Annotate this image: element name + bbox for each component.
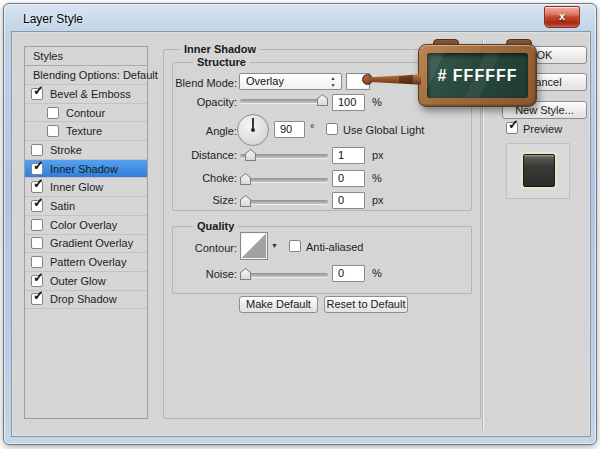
styles-sidebar: Styles Blending Options: Default ✓ Bevel… <box>24 46 148 419</box>
size-label: Size: <box>157 194 237 206</box>
checkbox[interactable]: ✓ <box>31 144 43 156</box>
size-slider[interactable] <box>240 200 328 204</box>
window-title: Layer Style <box>23 12 83 26</box>
sidebar-item-bevel-emboss[interactable]: ✓ Bevel & Emboss <box>25 85 147 104</box>
check-icon: ✓ <box>33 289 44 302</box>
noise-unit: % <box>372 267 382 279</box>
checkbox[interactable]: ✓ <box>31 88 43 100</box>
chalkboard-callout: # FFFFFF <box>418 44 537 107</box>
check-icon: ✓ <box>508 118 519 131</box>
check-icon: ✓ <box>33 159 44 172</box>
titlebar[interactable]: Layer Style x <box>4 4 596 31</box>
sidebar-item-label: Contour <box>66 107 105 119</box>
angle-input[interactable]: 90 <box>274 121 305 138</box>
angle-unit: ° <box>310 122 314 134</box>
anti-aliased-label: Anti-aliased <box>306 241 363 253</box>
sidebar-item-gradient-overlay[interactable]: ✓ Gradient Overlay <box>25 235 147 254</box>
checkbox[interactable]: ✓ <box>47 107 59 119</box>
sidebar-item-satin[interactable]: ✓ Satin <box>25 197 147 216</box>
reset-to-default-button[interactable]: Reset to Default <box>324 296 408 313</box>
contour-dropdown-arrow-icon[interactable]: ▼ <box>271 242 278 249</box>
choke-unit: % <box>372 172 382 184</box>
check-icon: ✓ <box>33 177 44 190</box>
opacity-input[interactable]: 100 <box>332 94 365 111</box>
preview-label: Preview <box>523 123 562 135</box>
check-icon: ✓ <box>33 196 44 209</box>
use-global-light-label: Use Global Light <box>343 124 424 136</box>
checkbox[interactable]: ✓ <box>47 125 59 137</box>
sidebar-item-contour[interactable]: ✓ Contour <box>25 104 147 123</box>
sidebar-item-label: Blending Options: Default <box>33 69 158 81</box>
preview-area <box>506 143 570 199</box>
noise-input[interactable]: 0 <box>332 265 365 282</box>
sidebar-item-label: Bevel & Emboss <box>50 88 131 100</box>
sidebar-item-label: Color Overlay <box>50 219 117 231</box>
checkbox[interactable]: ✓ <box>31 237 43 249</box>
sidebar-item-label: Pattern Overlay <box>50 256 126 268</box>
check-icon: ✓ <box>33 271 44 284</box>
distance-input[interactable]: 1 <box>332 147 365 164</box>
sidebar-header-label: Styles <box>33 50 63 62</box>
noise-slider[interactable] <box>240 273 328 277</box>
blend-mode-value: Overlay <box>246 75 284 87</box>
panel-title: Inner Shadow <box>180 43 260 55</box>
sidebar-item-label: Inner Glow <box>50 181 103 193</box>
checkbox[interactable]: ✓ <box>31 256 43 268</box>
anti-aliased-checkbox[interactable]: ✓ <box>289 240 301 252</box>
checkbox[interactable]: ✓ <box>31 293 43 305</box>
sidebar-item-color-overlay[interactable]: ✓ Color Overlay <box>25 216 147 235</box>
choke-label: Choke: <box>157 172 237 184</box>
distance-unit: px <box>372 149 384 161</box>
checkbox[interactable]: ✓ <box>31 219 43 231</box>
noise-label: Noise: <box>157 268 237 280</box>
size-input[interactable]: 0 <box>332 192 365 209</box>
contour-thumbnail[interactable] <box>240 232 268 260</box>
close-icon: x <box>559 10 565 22</box>
opacity-label: Opacity: <box>157 96 237 108</box>
sidebar-item-stroke[interactable]: ✓ Stroke <box>25 141 147 160</box>
use-global-light-checkbox[interactable]: ✓ <box>326 123 338 135</box>
dropdown-spinner-icon: ▲▼ <box>329 75 337 88</box>
color-hex-annotation: # FFFFFF <box>419 45 536 106</box>
checkbox[interactable]: ✓ <box>31 275 43 287</box>
sidebar-item-label: Stroke <box>50 144 82 156</box>
sidebar-item-label: Gradient Overlay <box>50 237 133 249</box>
angle-label: Angle: <box>157 125 237 137</box>
opacity-unit: % <box>372 96 382 108</box>
structure-legend: Structure <box>193 56 250 68</box>
sidebar-item-label: Outer Glow <box>50 275 106 287</box>
quality-group: Quality <box>172 226 472 294</box>
sidebar-item-drop-shadow[interactable]: ✓ Drop Shadow <box>25 291 147 310</box>
opacity-slider[interactable] <box>240 99 328 103</box>
sidebar-item-label: Texture <box>66 125 102 137</box>
blend-mode-label: Blend Mode: <box>157 77 237 89</box>
preview-checkbox[interactable]: ✓ <box>506 122 518 134</box>
make-default-button[interactable]: Make Default <box>239 296 318 313</box>
contour-label: Contour: <box>157 242 237 254</box>
choke-slider[interactable] <box>240 178 328 182</box>
blend-mode-select[interactable]: Overlay ▲▼ <box>239 73 342 90</box>
checkbox[interactable]: ✓ <box>31 181 43 193</box>
sidebar-item-label: Satin <box>50 200 75 212</box>
size-unit: px <box>372 194 384 206</box>
choke-input[interactable]: 0 <box>332 170 365 187</box>
quality-legend: Quality <box>193 220 238 232</box>
sidebar-item-texture[interactable]: ✓ Texture <box>25 122 147 141</box>
close-button[interactable]: x <box>544 6 580 28</box>
checkbox[interactable]: ✓ <box>31 200 43 212</box>
checkbox[interactable]: ✓ <box>31 163 43 175</box>
angle-dial[interactable] <box>237 114 269 146</box>
layer-preview-thumbnail <box>523 154 555 187</box>
sidebar-header-styles[interactable]: Styles <box>25 47 147 66</box>
sidebar-item-label: Drop Shadow <box>50 293 117 305</box>
check-icon: ✓ <box>33 84 44 97</box>
sidebar-item-label: Inner Shadow <box>50 163 118 175</box>
angle-center-dot <box>251 128 255 132</box>
distance-label: Distance: <box>157 149 237 161</box>
